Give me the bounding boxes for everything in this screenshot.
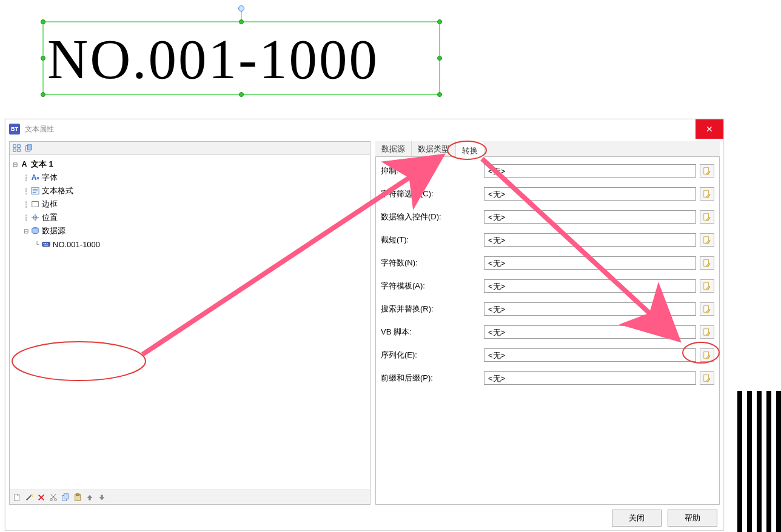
- properties-right-panel: 数据源 数据类型 转换 抑制: <无> 字符筛选器(C): <无>: [375, 141, 720, 505]
- expander-icon[interactable]: ⊟: [22, 228, 30, 234]
- wand-icon: [25, 493, 33, 502]
- edit-serialize-button[interactable]: [700, 348, 714, 362]
- svg-rect-34: [76, 493, 79, 495]
- label-datainput: 数据输入控件(D):: [381, 211, 484, 222]
- cut-button[interactable]: [49, 493, 58, 502]
- value-truncate[interactable]: <无>: [484, 233, 696, 247]
- property-tree[interactable]: ⊟ A 文本 1 ┆ Aa 字体 ┆ 文本格式 ┆: [10, 155, 370, 490]
- tree-connector: ┆: [22, 188, 30, 195]
- svg-point-24: [32, 496, 33, 496]
- dialog-footer: 关闭 帮助: [612, 510, 717, 527]
- tab-datatype[interactable]: 数据类型: [412, 141, 456, 156]
- tree-position-label: 位置: [42, 212, 58, 223]
- edit-suppress-button[interactable]: [700, 164, 714, 178]
- tree-node-font[interactable]: ┆ Aa 字体: [11, 171, 369, 184]
- edit-truncate-button[interactable]: [700, 233, 714, 247]
- edit-property-icon: [703, 282, 711, 290]
- canvas-text-value[interactable]: NO.001-1000: [44, 22, 439, 96]
- value-vbscript[interactable]: <无>: [484, 325, 696, 339]
- expander-icon[interactable]: ⊟: [11, 161, 19, 168]
- edit-property-icon: [703, 213, 711, 221]
- svg-line-21: [27, 495, 32, 500]
- tree-node-datasource[interactable]: ⊟ 数据源: [11, 224, 369, 238]
- value-serialize[interactable]: <无>: [484, 348, 696, 362]
- edit-vbscript-button[interactable]: [700, 325, 714, 339]
- svg-rect-18: [47, 243, 48, 244]
- resize-handle-mid-top[interactable]: [239, 19, 244, 24]
- row-charfilter: 字符筛选器(C): <无>: [381, 186, 714, 201]
- move-up-button[interactable]: [85, 493, 95, 502]
- svg-line-30: [51, 494, 55, 498]
- edit-chartemplate-button[interactable]: [700, 279, 714, 293]
- tree-node-datasource-child[interactable]: └ NO.001-1000: [11, 238, 369, 251]
- wizard-button[interactable]: [24, 493, 34, 502]
- resize-handle-mid-right[interactable]: [437, 56, 442, 61]
- resize-handle-bottom-left[interactable]: [41, 92, 45, 97]
- label-chartemplate: 字符模板(A):: [381, 281, 484, 291]
- value-chartemplate[interactable]: <无>: [484, 279, 696, 293]
- tree-node-border[interactable]: ┆ 边框: [11, 198, 369, 211]
- value-suppress[interactable]: <无>: [484, 164, 696, 178]
- value-prefixsuffix[interactable]: <无>: [484, 371, 696, 385]
- rotate-stem: [241, 12, 242, 19]
- delete-button[interactable]: [36, 493, 46, 502]
- resize-handle-bottom-right[interactable]: [437, 92, 442, 97]
- svg-rect-1: [18, 144, 20, 147]
- tree-node-root[interactable]: ⊟ A 文本 1: [11, 158, 369, 171]
- help-button[interactable]: 帮助: [668, 510, 717, 527]
- new-item-button[interactable]: [12, 493, 22, 502]
- label-prefixsuffix: 前缀和后缀(P):: [381, 373, 484, 384]
- rotate-handle-icon[interactable]: [238, 5, 244, 12]
- value-datainput[interactable]: <无>: [484, 210, 696, 224]
- edit-searchreplace-button[interactable]: [700, 302, 714, 316]
- copy-bottom-button[interactable]: [61, 493, 70, 502]
- tabstrip: 数据源 数据类型 转换: [375, 141, 720, 157]
- delete-x-icon: [37, 493, 45, 502]
- svg-rect-32: [64, 493, 68, 499]
- edit-property-icon: [703, 328, 711, 336]
- edit-datainput-button[interactable]: [700, 210, 714, 224]
- svg-point-23: [30, 493, 30, 494]
- move-down-button[interactable]: [97, 493, 107, 502]
- tree-expand-all-button[interactable]: [12, 144, 22, 153]
- value-charfilter[interactable]: <无>: [484, 187, 696, 201]
- paste-icon: [73, 493, 82, 502]
- tree-font-label: 字体: [42, 172, 58, 183]
- dialog-close-button[interactable]: ✕: [696, 119, 723, 139]
- tab-datasource[interactable]: 数据源: [375, 141, 412, 156]
- value-charcount[interactable]: <无>: [484, 256, 696, 270]
- resize-handle-mid-bottom[interactable]: [239, 92, 244, 97]
- svg-rect-20: [15, 494, 19, 500]
- tree-copy-button[interactable]: [24, 144, 33, 153]
- tree-node-textformat[interactable]: ┆ 文本格式: [11, 184, 369, 198]
- tree-textformat-label: 文本格式: [42, 185, 73, 196]
- tree-root-label: 文本 1: [31, 159, 53, 170]
- tree-toolbar: [10, 142, 370, 155]
- edit-property-icon: [703, 167, 711, 175]
- row-searchreplace: 搜索并替换(R): <无>: [381, 301, 714, 316]
- svg-rect-0: [13, 144, 16, 147]
- tree-node-position[interactable]: ┆ 位置: [11, 211, 369, 224]
- edit-charfilter-button[interactable]: [700, 187, 714, 201]
- resize-handle-top-right[interactable]: [437, 19, 442, 24]
- paste-button[interactable]: [73, 493, 82, 502]
- tree-connector: ┆: [22, 214, 30, 221]
- tree-panel: ⊟ A 文本 1 ┆ Aa 字体 ┆ 文本格式 ┆: [9, 141, 370, 505]
- barcode-decoration: [732, 390, 781, 532]
- resize-handle-mid-left[interactable]: [41, 56, 45, 61]
- tab-transform[interactable]: 转换: [456, 142, 484, 157]
- row-suppress: 抑制: <无>: [381, 163, 714, 178]
- close-button[interactable]: 关闭: [612, 510, 662, 527]
- tree-border-label: 边框: [42, 199, 58, 210]
- close-icon: ✕: [706, 124, 713, 134]
- canvas-text-object[interactable]: NO.001-1000: [42, 21, 440, 95]
- edit-property-icon: [703, 305, 711, 313]
- edit-charcount-button[interactable]: [700, 256, 714, 270]
- datasource-icon: [30, 226, 40, 236]
- value-searchreplace[interactable]: <无>: [484, 302, 696, 316]
- resize-handle-top-left[interactable]: [41, 19, 45, 24]
- svg-rect-5: [27, 144, 32, 150]
- edit-prefixsuffix-button[interactable]: [700, 371, 714, 385]
- label-charfilter: 字符筛选器(C):: [381, 188, 484, 199]
- arrow-down-icon: [98, 493, 106, 502]
